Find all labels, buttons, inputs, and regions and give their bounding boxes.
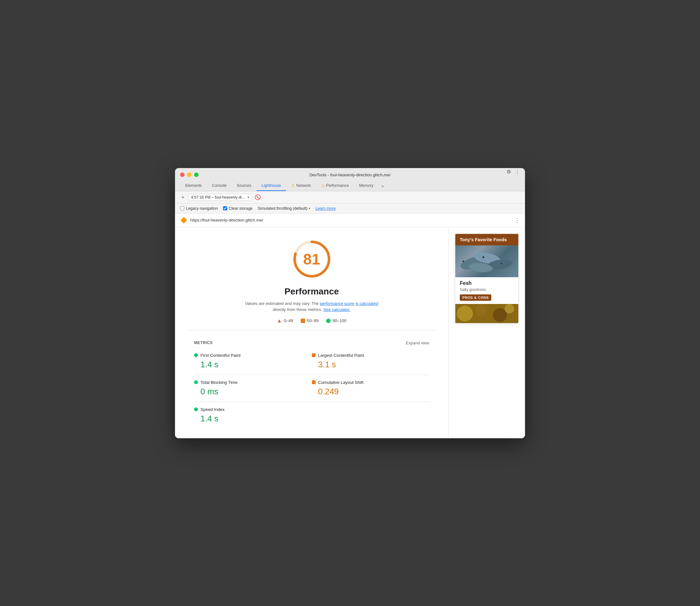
- legend-red: ▲ 0–49: [277, 318, 293, 324]
- cls-value: 0.249: [312, 387, 430, 397]
- lcp-value: 3.1 s: [312, 360, 430, 370]
- tbt-value: 0 ms: [194, 387, 312, 397]
- right-panel: Tony's Favorite Foods Fe: [449, 227, 525, 438]
- cls-square-icon: [312, 380, 316, 384]
- si-label: Speed Index: [200, 407, 225, 412]
- network-warning-icon: ⚠: [291, 183, 295, 188]
- metric-cls-name-row: Cumulative Layout Shift: [312, 380, 430, 385]
- lcp-label: Largest Contentful Paint: [318, 353, 364, 358]
- score-description: Values are estimated and may vary. The p…: [245, 300, 379, 313]
- calculator-link[interactable]: See calculator.: [323, 307, 350, 312]
- url-text: https://foul-heavenly-direction.glitch.m…: [190, 218, 511, 223]
- session-label: 4:57:16 PM – foul-heavenly-di…: [191, 195, 245, 200]
- metrics-grid: First Contentful Paint 1.4 s Largest Con…: [194, 348, 429, 429]
- food-name: Fesh: [460, 280, 514, 286]
- legacy-nav-checkbox-wrap[interactable]: Legacy navigation: [180, 206, 218, 211]
- window-title: DevTools - foul-heavenly-direction.glitc…: [309, 172, 390, 177]
- traffic-lights: [180, 172, 198, 177]
- more-options-icon[interactable]: ⋮: [515, 169, 520, 175]
- options-bar: Legacy navigation Clear storage Simulate…: [175, 204, 525, 214]
- expand-view-button[interactable]: Expand view: [406, 341, 429, 345]
- food-card: Tony's Favorite Foods Fe: [455, 234, 518, 323]
- legend-green: 90–100: [326, 318, 346, 324]
- svg-point-7: [501, 262, 502, 264]
- square-orange-icon: [301, 319, 305, 323]
- tab-memory[interactable]: Memory: [354, 181, 378, 191]
- metric-si-name-row: Speed Index: [194, 407, 312, 412]
- score-label: Performance: [285, 286, 339, 297]
- si-dot-icon: [194, 407, 198, 411]
- fcp-label: First Contentful Paint: [200, 353, 241, 358]
- circle-green-icon: [326, 319, 331, 323]
- metric-fcp: First Contentful Paint 1.4 s: [194, 348, 312, 375]
- metrics-section: METRICS Expand view First Contentful Pai…: [188, 337, 436, 429]
- food-card-image-2: [455, 304, 518, 323]
- toolbar-icons: ⚙ ⋮: [507, 169, 520, 175]
- tabs-bar: Elements Console Sources Lighthouse ⚠Net…: [180, 181, 520, 191]
- legend-orange: 50–89: [301, 318, 318, 324]
- tab-lighthouse[interactable]: Lighthouse: [257, 181, 286, 191]
- tab-more[interactable]: »: [379, 181, 387, 191]
- metric-tbt-name-row: Total Blocking Time: [194, 380, 312, 385]
- learn-more-link[interactable]: Learn more: [315, 206, 336, 211]
- metrics-title: METRICS: [194, 341, 213, 345]
- score-number: 81: [303, 250, 320, 268]
- add-session-button[interactable]: +: [180, 194, 186, 201]
- food-card-body: Fesh Salty goodness PROS & CONS: [455, 277, 518, 304]
- session-dropdown-icon: ▾: [247, 195, 249, 199]
- titlebar: DevTools - foul-heavenly-direction.glitc…: [175, 168, 525, 191]
- food-desc: Salty goodness: [460, 287, 514, 292]
- metric-si: Speed Index 1.4 s: [194, 402, 312, 429]
- maximize-button[interactable]: [194, 172, 198, 177]
- legacy-nav-label: Legacy navigation: [186, 206, 218, 211]
- session-info[interactable]: 4:57:16 PM – foul-heavenly-di… ▾: [188, 194, 252, 201]
- score-section: 81 Performance Values are estimated and …: [188, 237, 436, 324]
- url-bar: 🔶 https://foul-heavenly-direction.glitch…: [175, 214, 525, 227]
- devtools-window: DevTools - foul-heavenly-direction.glitc…: [175, 168, 525, 438]
- svg-point-8: [463, 260, 464, 262]
- main-content: 81 Performance Values are estimated and …: [175, 227, 525, 438]
- fcp-dot-icon: [194, 353, 198, 357]
- pros-cons-button[interactable]: PROS & CONS: [460, 295, 491, 301]
- clear-storage-checkbox[interactable]: [223, 206, 227, 210]
- svg-point-12: [493, 308, 507, 322]
- no-throttle-icon: 🚫: [255, 194, 261, 200]
- tbt-label: Total Blocking Time: [200, 380, 237, 385]
- tab-performance[interactable]: ⚠Performance: [316, 181, 354, 191]
- cls-label: Cumulative Layout Shift: [318, 380, 364, 385]
- tbt-dot-icon: [194, 380, 198, 384]
- performance-warning-icon: ⚠: [321, 183, 325, 188]
- svg-point-13: [505, 304, 514, 313]
- legacy-nav-checkbox[interactable]: [180, 206, 184, 210]
- si-value: 1.4 s: [194, 414, 312, 424]
- clear-storage-checkbox-wrap[interactable]: Clear storage: [223, 206, 252, 211]
- metric-lcp-name-row: Largest Contentful Paint: [312, 353, 430, 358]
- url-more-button[interactable]: ⋮: [514, 217, 520, 224]
- settings-icon[interactable]: ⚙: [507, 169, 511, 175]
- tab-sources[interactable]: Sources: [232, 181, 257, 191]
- metric-fcp-name-row: First Contentful Paint: [194, 353, 312, 358]
- metric-cls: Cumulative Layout Shift 0.249: [312, 375, 430, 402]
- throttling-selector[interactable]: Simulated throttling (default) ▾: [258, 206, 310, 211]
- triangle-red-icon: ▲: [277, 318, 282, 324]
- minimize-button[interactable]: [187, 172, 192, 177]
- clear-storage-label: Clear storage: [229, 206, 252, 211]
- is-calculated-link[interactable]: is calculated: [356, 301, 378, 306]
- close-button[interactable]: [180, 172, 185, 177]
- fcp-value: 1.4 s: [194, 360, 312, 370]
- lcp-square-icon: [312, 353, 316, 357]
- metric-tbt: Total Blocking Time 0 ms: [194, 375, 312, 402]
- tab-elements[interactable]: Elements: [180, 181, 207, 191]
- throttling-dropdown-icon: ▾: [309, 207, 310, 210]
- svg-point-10: [457, 306, 473, 322]
- site-warning-icon: 🔶: [180, 217, 187, 224]
- subtoolbar-left: + 4:57:16 PM – foul-heavenly-di… ▾ 🚫: [180, 194, 261, 201]
- throttling-label: Simulated throttling (default): [258, 206, 307, 211]
- metrics-header: METRICS Expand view: [194, 337, 429, 348]
- left-panel: 81 Performance Values are estimated and …: [175, 227, 449, 438]
- tab-network[interactable]: ⚠Network: [286, 181, 316, 191]
- divider: [188, 330, 436, 330]
- perf-score-link[interactable]: performance score: [320, 301, 354, 306]
- food-card-image: [455, 246, 518, 277]
- tab-console[interactable]: Console: [207, 181, 232, 191]
